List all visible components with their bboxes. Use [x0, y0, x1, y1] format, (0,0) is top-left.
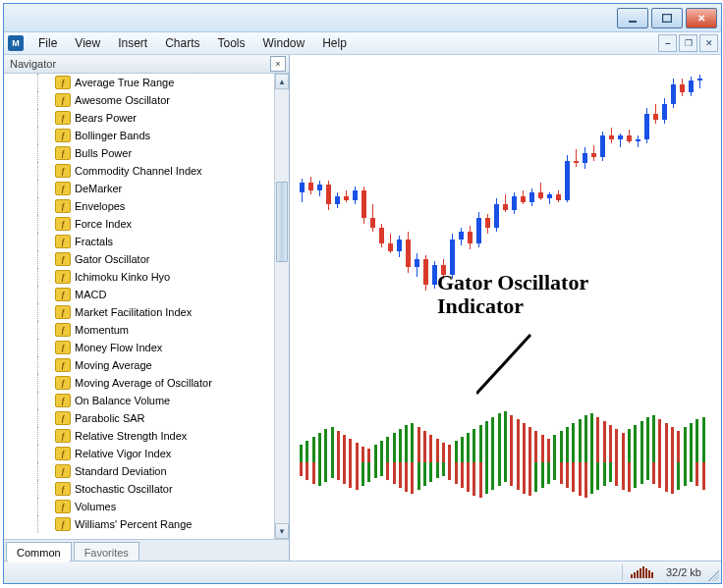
indicator-item[interactable]: fMoney Flow Index	[4, 339, 275, 356]
window-minimize-button[interactable]	[617, 8, 648, 28]
indicator-item[interactable]: fMomentum	[4, 321, 275, 339]
tab-favorites[interactable]: Favorites	[74, 542, 139, 562]
indicator-icon: f	[55, 341, 71, 354]
indicator-item[interactable]: fAverage True Range	[4, 74, 275, 91]
indicator-item[interactable]: fVolumes	[4, 498, 275, 515]
indicator-label: Volumes	[75, 501, 116, 512]
navigator-scrollbar[interactable]: ▲ ▼	[274, 74, 289, 539]
menu-view[interactable]: View	[66, 33, 109, 53]
menu-insert[interactable]: Insert	[109, 33, 156, 53]
indicator-item[interactable]: fBulls Power	[4, 144, 275, 162]
gator-bar-bottom	[541, 462, 544, 488]
gator-bar-bottom	[528, 462, 531, 496]
indicator-item[interactable]: fForce Index	[4, 215, 275, 233]
indicator-item[interactable]: fRelative Vigor Index	[4, 445, 275, 462]
indicator-icon: f	[55, 464, 71, 478]
indicator-icon: f	[55, 447, 71, 460]
indicator-item[interactable]: fAwesome Oscillator	[4, 91, 275, 109]
menu-file[interactable]: File	[29, 33, 66, 53]
gator-bar-top	[417, 427, 420, 462]
mdi-minimize-button[interactable]: ‒	[658, 34, 677, 52]
gator-bar-top	[349, 439, 352, 462]
gator-bar-bottom	[504, 462, 507, 482]
gator-bar-bottom	[467, 462, 470, 492]
gator-bar-top	[517, 419, 520, 462]
indicator-icon: f	[55, 217, 71, 231]
indicator-item[interactable]: fMarket Facilitation Index	[4, 303, 275, 321]
gator-bar-bottom	[485, 462, 488, 494]
mdi-close-button[interactable]: ✕	[699, 34, 718, 52]
gator-oscillator	[300, 389, 711, 536]
gator-bar-bottom	[560, 462, 563, 484]
indicator-item[interactable]: fEnvelopes	[4, 197, 275, 215]
scroll-thumb[interactable]	[276, 182, 288, 262]
gator-bar-top	[306, 441, 308, 462]
navigator-close-button[interactable]: ×	[270, 56, 286, 72]
indicator-icon: f	[55, 323, 71, 337]
gator-bar-bottom	[640, 462, 643, 484]
resize-grip[interactable]	[705, 567, 719, 581]
gator-bar-top	[393, 433, 396, 462]
gator-bar-top	[702, 417, 705, 462]
indicator-item[interactable]: fFractals	[4, 233, 275, 250]
indicator-item[interactable]: fMoving Average of Oscillator	[4, 374, 275, 392]
titlebar: ✕	[4, 4, 721, 32]
gator-bar-top	[652, 415, 655, 462]
indicator-icon: f	[55, 252, 71, 266]
chart-area[interactable]: Gator Oscillator Indicator	[290, 55, 721, 561]
indicator-icon: f	[55, 199, 71, 213]
gator-bar-bottom	[337, 462, 340, 480]
gator-bar-bottom	[411, 462, 414, 494]
indicator-item[interactable]: fCommodity Channel Index	[4, 162, 275, 180]
gator-bar-top	[300, 445, 303, 462]
indicator-icon: f	[55, 500, 71, 513]
indicator-label: Market Facilitation Index	[75, 306, 192, 318]
menu-tools[interactable]: Tools	[209, 33, 254, 53]
gator-bar-bottom	[498, 462, 501, 486]
indicator-item[interactable]: fDeMarker	[4, 180, 275, 197]
gator-bar-bottom	[628, 462, 631, 492]
gator-bar-bottom	[547, 462, 550, 484]
gator-bar-top	[411, 423, 414, 462]
gator-bar-bottom	[455, 462, 458, 484]
scroll-up-button[interactable]: ▲	[275, 74, 289, 89]
menu-help[interactable]: Help	[313, 33, 356, 53]
indicator-item[interactable]: fIchimoku Kinko Hyo	[4, 268, 275, 286]
gator-bar-bottom	[312, 462, 315, 484]
indicator-item[interactable]: fBears Power	[4, 109, 275, 127]
main-window: ✕ M FileViewInsertChartsToolsWindowHelp …	[3, 3, 722, 584]
gator-bar-bottom	[677, 462, 680, 490]
gator-bar-bottom	[417, 462, 420, 490]
gator-bar-top	[628, 429, 631, 462]
window-maximize-button[interactable]	[651, 8, 683, 28]
indicator-item[interactable]: fBollinger Bands	[4, 127, 275, 144]
indicator-item[interactable]: fStochastic Oscillator	[4, 480, 275, 498]
menu-window[interactable]: Window	[254, 33, 314, 53]
menu-charts[interactable]: Charts	[156, 33, 208, 53]
indicator-item[interactable]: fMoving Average	[4, 356, 275, 374]
indicator-item[interactable]: fStandard Deviation	[4, 462, 275, 480]
gator-bar-top	[324, 429, 327, 462]
indicator-item[interactable]: fOn Balance Volume	[4, 392, 275, 409]
navigator-tree[interactable]: fAverage True RangefAwesome OscillatorfB…	[4, 74, 275, 539]
gator-bar-top	[461, 437, 464, 462]
indicator-icon: f	[55, 270, 71, 284]
indicator-item[interactable]: fWilliams' Percent Range	[4, 515, 275, 533]
app-icon: M	[8, 35, 24, 51]
gator-bar-top	[399, 429, 402, 462]
scroll-down-button[interactable]: ▼	[275, 523, 289, 539]
gator-bar-bottom	[615, 462, 618, 486]
indicator-item[interactable]: fGator Oscillator	[4, 250, 275, 268]
gator-bar-top	[677, 431, 680, 462]
indicator-item[interactable]: fParabolic SAR	[4, 409, 275, 427]
gator-bar-bottom	[386, 462, 389, 480]
window-close-button[interactable]: ✕	[686, 8, 717, 28]
gator-bar-bottom	[690, 462, 693, 482]
gator-bar-top	[429, 435, 432, 462]
indicator-item[interactable]: fMACD	[4, 286, 275, 303]
mdi-restore-button[interactable]: ❐	[679, 34, 697, 52]
tab-common[interactable]: Common	[6, 542, 72, 562]
indicator-item[interactable]: fRelative Strength Index	[4, 427, 275, 445]
status-text: 32/2 kb	[666, 566, 701, 578]
gator-bar-top	[312, 437, 315, 462]
